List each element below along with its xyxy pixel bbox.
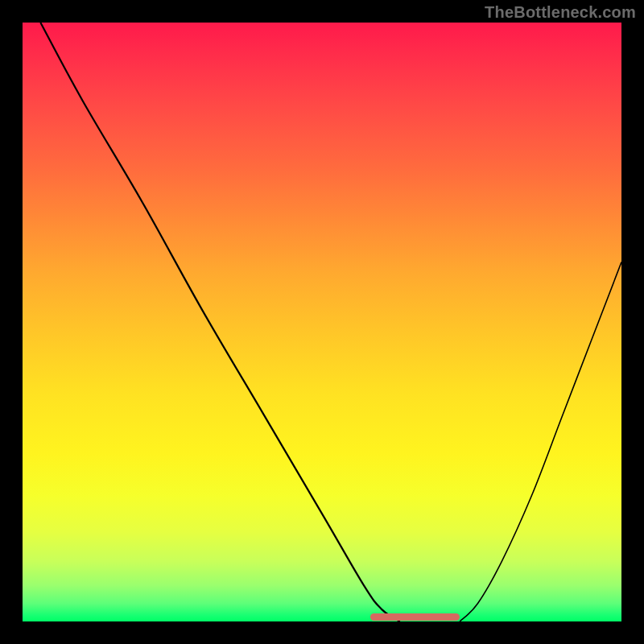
watermark-text: TheBottleneck.com (485, 3, 636, 22)
plot-area (23, 23, 621, 621)
curve-layer (23, 23, 621, 621)
right-curve (460, 262, 621, 621)
optimal-range-marker (370, 613, 460, 621)
left-curve (40, 23, 399, 621)
chart-frame: TheBottleneck.com (0, 0, 644, 644)
